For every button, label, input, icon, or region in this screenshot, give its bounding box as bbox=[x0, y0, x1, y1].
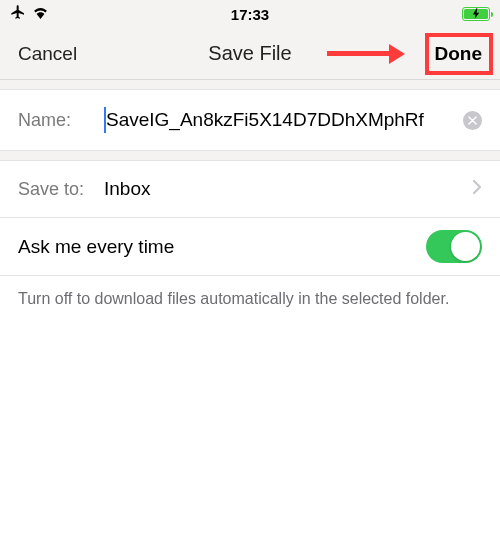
saveto-label: Save to: bbox=[18, 179, 104, 200]
ask-every-time-toggle[interactable] bbox=[426, 230, 482, 263]
status-left bbox=[10, 4, 49, 24]
toggle-label: Ask me every time bbox=[18, 236, 426, 258]
close-icon bbox=[468, 116, 477, 125]
saveto-value: Inbox bbox=[104, 178, 472, 200]
page-title: Save File bbox=[208, 42, 291, 65]
cancel-button[interactable]: Cancel bbox=[18, 43, 77, 65]
done-button[interactable]: Done bbox=[435, 43, 483, 65]
battery-icon bbox=[462, 7, 490, 21]
status-right bbox=[462, 7, 490, 21]
footer-hint: Turn off to download files automatically… bbox=[0, 276, 500, 322]
annotation-arrow bbox=[327, 44, 405, 64]
clear-button[interactable] bbox=[463, 111, 482, 130]
name-label: Name: bbox=[18, 110, 104, 131]
ask-every-time-row: Ask me every time bbox=[0, 218, 500, 276]
name-input[interactable]: SaveIG_An8kzFi5X14D7DDhXMphRf bbox=[106, 109, 457, 131]
airplane-icon bbox=[10, 4, 26, 24]
header: Cancel Save File Done bbox=[0, 28, 500, 80]
name-row: Name: SaveIG_An8kzFi5X14D7DDhXMphRf bbox=[0, 90, 500, 151]
wifi-icon bbox=[32, 5, 49, 23]
charging-icon bbox=[473, 8, 480, 21]
status-bar: 17:33 bbox=[0, 0, 500, 28]
chevron-right-icon bbox=[472, 179, 482, 199]
status-time: 17:33 bbox=[231, 6, 269, 23]
saveto-row[interactable]: Save to: Inbox bbox=[0, 161, 500, 218]
